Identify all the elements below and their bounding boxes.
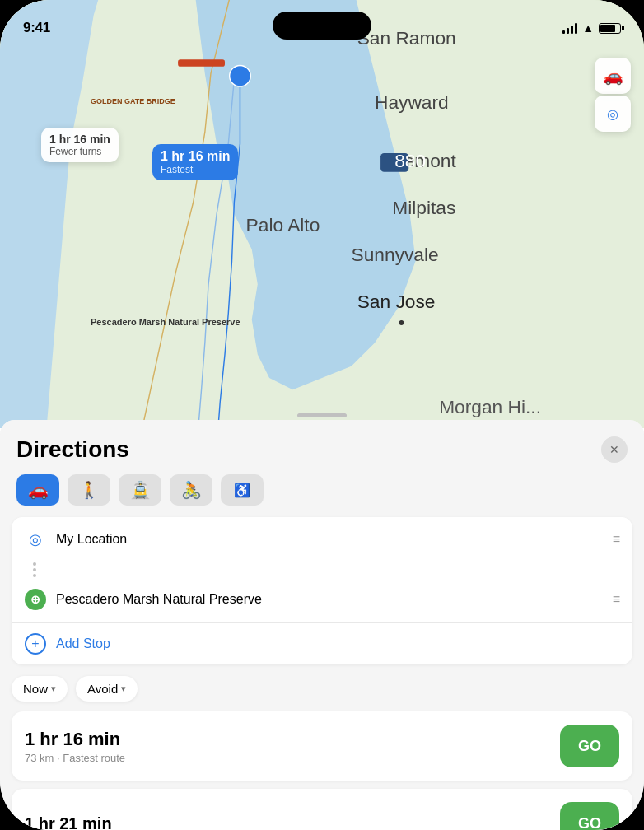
- route1-time: 1 hr 16 min: [49, 133, 110, 146]
- destination-icon: ⊕: [25, 589, 46, 610]
- route-card-fewer-turns[interactable]: 1 hr 21 min GO: [12, 789, 632, 830]
- svg-text:Sunnyvale: Sunnyvale: [352, 244, 439, 265]
- svg-point-19: [230, 65, 251, 86]
- avoid-chevron: ▾: [121, 683, 126, 694]
- go-button-fastest[interactable]: GO: [560, 725, 619, 767]
- route-time-fewer-turns: 1 hr 21 min: [25, 814, 560, 831]
- now-chevron: ▾: [51, 683, 56, 694]
- route1-label: Fewer turns: [49, 146, 110, 157]
- route-fewer-turns-callout[interactable]: 1 hr 16 min Fewer turns: [41, 128, 119, 162]
- svg-text:880: 880: [394, 150, 426, 171]
- options-row: Now ▾ Avoid ▾: [0, 664, 644, 711]
- svg-text:Morgan Hi...: Morgan Hi...: [439, 396, 541, 417]
- go-button-fewer-turns[interactable]: GO: [560, 802, 619, 830]
- svg-rect-1: [178, 59, 225, 67]
- route-fastest-callout[interactable]: 1 hr 16 min Fastest: [152, 144, 238, 180]
- tab-transit[interactable]: 🚊: [119, 474, 161, 506]
- destination-text: Pescadero Marsh Natural Preserve: [56, 592, 613, 607]
- destination-label: Pescadero Marsh Natural Preserve: [91, 316, 240, 328]
- destination-handle[interactable]: ≡: [613, 593, 619, 606]
- directions-header: Directions ✕: [0, 420, 644, 474]
- svg-text:•: •: [398, 311, 404, 333]
- now-option[interactable]: Now ▾: [12, 676, 68, 702]
- add-stop-icon: +: [25, 633, 46, 655]
- transport-tabs: 🚗 🚶 🚊 🚴 ♿: [0, 474, 644, 517]
- waypoint-origin[interactable]: ◎ My Location ≡: [12, 517, 632, 562]
- avoid-option[interactable]: Avoid ▾: [76, 676, 138, 702]
- battery-icon: [599, 23, 621, 34]
- origin-icon: ◎: [25, 529, 46, 550]
- route-info-fastest: 1 hr 16 min 73 km · Fastest route: [25, 729, 560, 764]
- svg-text:Hayward: Hayward: [375, 91, 449, 113]
- close-button[interactable]: ✕: [601, 436, 628, 463]
- sheet-handle: [297, 413, 347, 417]
- origin-handle[interactable]: ≡: [613, 533, 619, 546]
- avoid-label: Avoid: [87, 682, 118, 696]
- svg-text:Milpitas: Milpitas: [392, 197, 455, 218]
- add-stop-row[interactable]: + Add Stop: [12, 622, 632, 664]
- route-card-fastest[interactable]: 1 hr 16 min 73 km · Fastest route GO Per…: [12, 711, 632, 781]
- tab-accessible[interactable]: ♿: [221, 474, 264, 506]
- tab-walk[interactable]: 🚶: [68, 474, 110, 506]
- now-label: Now: [23, 682, 48, 696]
- directions-sheet: Directions ✕ 🚗 🚶 🚊 🚴 ♿ ◎ My Location: [0, 420, 644, 830]
- route-time-fastest: 1 hr 16 min: [25, 729, 560, 750]
- svg-text:San Jose: San Jose: [357, 291, 436, 312]
- add-stop-label: Add Stop: [56, 636, 110, 651]
- map-controls: 🚗 ◎: [595, 58, 631, 132]
- waypoint-destination[interactable]: ⊕ Pescadero Marsh Natural Preserve ≡: [12, 577, 632, 622]
- route2-time: 1 hr 16 min: [161, 149, 230, 164]
- status-time: 9:41: [23, 20, 50, 36]
- golden-gate-label: GOLDEN GATE BRIDGE: [91, 97, 175, 106]
- signal-icon: [562, 23, 577, 34]
- wifi-icon: ▲: [582, 21, 594, 35]
- status-icons: ▲: [562, 21, 621, 35]
- tab-cycle[interactable]: 🚴: [170, 474, 212, 506]
- map-area[interactable]: Oakland Berkeley Richmond Walnut Cre... …: [0, 0, 644, 428]
- directions-title: Directions: [16, 436, 129, 463]
- origin-text: My Location: [56, 532, 613, 547]
- tab-drive[interactable]: 🚗: [16, 474, 59, 506]
- route2-label: Fastest: [161, 164, 230, 175]
- dynamic-island: [273, 12, 371, 40]
- map-location-button[interactable]: ◎: [595, 96, 631, 132]
- svg-text:Palo Alto: Palo Alto: [246, 214, 320, 235]
- map-car-button[interactable]: 🚗: [595, 58, 631, 94]
- route-info-fewer-turns: 1 hr 21 min: [25, 814, 560, 831]
- waypoints-section: ◎ My Location ≡ ⊕ Pescadero Marsh Natura…: [12, 517, 632, 664]
- route-details-fastest: 73 km · Fastest route: [25, 752, 560, 764]
